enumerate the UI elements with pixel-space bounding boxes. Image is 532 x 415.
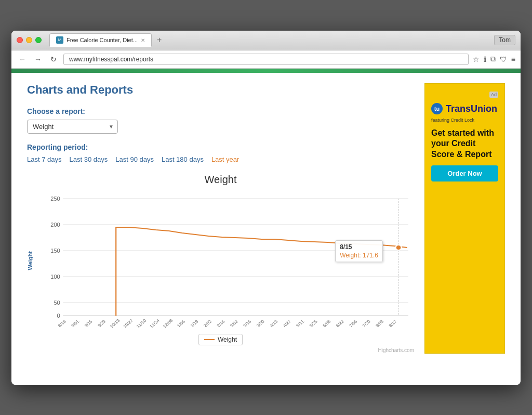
svg-text:9/01: 9/01: [70, 318, 81, 328]
new-tab-button[interactable]: +: [154, 35, 165, 45]
tu-badge: tu: [431, 103, 443, 114]
period-180days[interactable]: Last 180 days: [162, 155, 204, 163]
highcharts-credit: Highcharts.com: [27, 347, 414, 353]
browser-window: M Free Calorie Counter, Diet... ✕ + Tom …: [11, 31, 521, 385]
svg-text:6/22: 6/22: [335, 318, 345, 328]
svg-text:12/08: 12/08: [162, 318, 174, 329]
transunion-row: tu TransUnion: [431, 103, 497, 115]
report-section: Choose a report: Weight Calories Nutrien…: [27, 107, 414, 143]
page-title: Charts and Reports: [27, 83, 414, 97]
back-button[interactable]: ←: [17, 54, 28, 65]
chart-container: Weight Weight 250: [27, 174, 414, 353]
ad-sidebar: Ad tu TransUnion featuring Credit Lock G…: [424, 83, 505, 374]
svg-text:5/11: 5/11: [295, 318, 305, 328]
report-select-wrapper: Weight Calories Nutrients Exercise ▼: [27, 120, 118, 134]
shield-icon[interactable]: 🛡: [500, 55, 507, 63]
tab-bar: M Free Calorie Counter, Diet... ✕ +: [49, 33, 165, 47]
page-content: Charts and Reports Choose a report: Weig…: [11, 73, 521, 385]
ad-badge: Ad: [489, 92, 498, 98]
url-text: www.myfitnesspal.com/reports: [69, 56, 463, 63]
svg-text:3/02: 3/02: [229, 318, 239, 328]
layers-icon[interactable]: ⧉: [490, 55, 496, 63]
report-select[interactable]: Weight Calories Nutrients Exercise: [27, 120, 118, 134]
legend-label: Weight: [218, 336, 237, 343]
tab-close-icon[interactable]: ✕: [141, 37, 145, 43]
svg-text:9/29: 9/29: [97, 318, 107, 328]
chart-legend: Weight: [27, 333, 414, 345]
period-30days[interactable]: Last 30 days: [70, 155, 108, 163]
period-90days[interactable]: Last 90 days: [115, 155, 154, 163]
ad-cta-button[interactable]: Order Now: [431, 165, 498, 181]
address-bar[interactable]: www.myfitnesspal.com/reports: [63, 54, 469, 65]
svg-text:3/16: 3/16: [242, 318, 252, 328]
svg-text:100: 100: [50, 274, 60, 279]
svg-text:250: 250: [50, 196, 60, 201]
ad-headline: Get started with your Credit Score & Rep…: [431, 128, 498, 160]
weight-chart[interactable]: 250 200 150 100 50 0: [40, 193, 414, 329]
svg-text:7/20: 7/20: [361, 318, 371, 328]
svg-text:11/24: 11/24: [149, 318, 161, 329]
svg-text:3/30: 3/30: [255, 318, 265, 328]
svg-text:7/06: 7/06: [348, 318, 358, 328]
svg-text:5/25: 5/25: [308, 318, 318, 328]
svg-text:150: 150: [50, 248, 60, 253]
period-7days[interactable]: Last 7 days: [27, 155, 62, 163]
nav-icons: ☆ ℹ ⧉ 🛡 ≡: [473, 55, 515, 63]
svg-text:1/05: 1/05: [176, 318, 187, 328]
svg-text:8/17: 8/17: [388, 318, 398, 328]
svg-text:1/19: 1/19: [189, 318, 200, 328]
svg-text:8/03: 8/03: [375, 318, 385, 328]
period-links: Last 7 days Last 30 days Last 90 days La…: [27, 155, 414, 163]
site-header-stripe: [11, 69, 521, 73]
title-bar: M Free Calorie Counter, Diet... ✕ + Tom: [11, 31, 521, 50]
traffic-lights: [17, 37, 42, 43]
svg-text:2/02: 2/02: [203, 318, 213, 328]
main-content: Charts and Reports Choose a report: Weig…: [27, 83, 414, 374]
svg-text:0: 0: [57, 313, 60, 318]
refresh-button[interactable]: ↻: [48, 54, 59, 65]
svg-text:10/27: 10/27: [122, 318, 134, 329]
chart-inner: 250 200 150 100 50 0: [40, 193, 414, 329]
y-axis-label: Weight: [27, 251, 37, 270]
close-button[interactable]: [17, 37, 23, 43]
menu-icon[interactable]: ≡: [511, 55, 515, 63]
tab-title: Free Calorie Counter, Diet...: [66, 37, 138, 43]
svg-text:11/10: 11/10: [135, 318, 147, 329]
minimize-button[interactable]: [26, 37, 32, 43]
svg-text:9/15: 9/15: [83, 318, 94, 328]
chart-title: Weight: [27, 174, 414, 186]
legend-line-icon: [204, 339, 215, 340]
ad-logo-text: TransUnion: [446, 103, 497, 114]
svg-text:4/27: 4/27: [282, 318, 292, 328]
svg-text:50: 50: [54, 300, 60, 305]
ad-logo-area: tu TransUnion featuring Credit Lock: [431, 103, 498, 123]
info-icon[interactable]: ℹ: [484, 55, 486, 63]
period-label: Reporting period:: [27, 143, 414, 151]
tab-favicon: M: [56, 36, 63, 44]
svg-text:8/18: 8/18: [57, 318, 67, 328]
period-lastyear[interactable]: Last year: [211, 155, 239, 163]
svg-text:4/13: 4/13: [269, 318, 279, 328]
active-tab[interactable]: M Free Calorie Counter, Diet... ✕: [49, 33, 152, 47]
svg-text:10/13: 10/13: [109, 318, 121, 329]
report-label: Choose a report:: [27, 107, 414, 115]
ad-box: Ad tu TransUnion featuring Credit Lock G…: [424, 83, 505, 354]
nav-bar: ← → ↻ www.myfitnesspal.com/reports ☆ ℹ ⧉…: [11, 50, 521, 69]
chart-wrap: Weight 250 200: [27, 193, 414, 329]
forward-button[interactable]: →: [32, 54, 44, 65]
user-badge: Tom: [494, 35, 515, 45]
svg-point-13: [396, 245, 402, 250]
svg-text:6/08: 6/08: [322, 318, 332, 328]
period-section: Reporting period: Last 7 days Last 30 da…: [27, 143, 414, 163]
ad-featuring: featuring Credit Lock: [431, 118, 474, 123]
svg-text:200: 200: [50, 222, 60, 227]
legend-weight: Weight: [198, 334, 243, 345]
svg-text:2/16: 2/16: [216, 318, 226, 328]
bookmark-icon[interactable]: ☆: [473, 55, 480, 63]
fullscreen-button[interactable]: [35, 37, 42, 43]
